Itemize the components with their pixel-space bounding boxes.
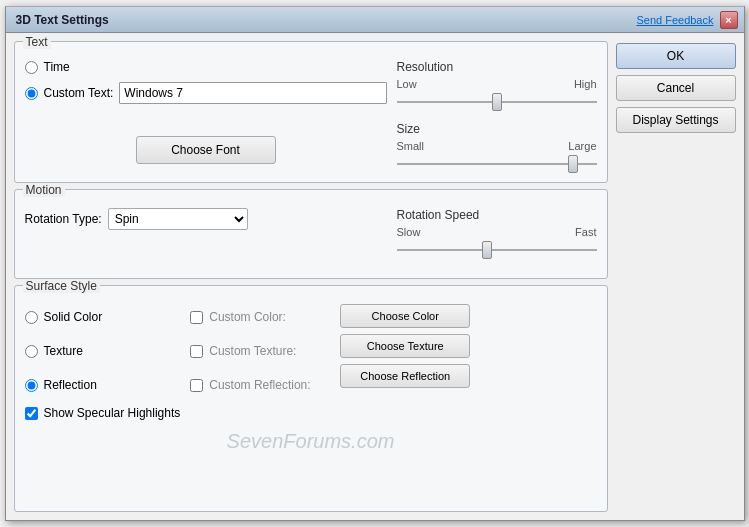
resolution-slider-track: [397, 94, 597, 110]
size-label: Size: [397, 122, 597, 136]
solid-color-label: Solid Color: [44, 310, 103, 324]
solid-color-row: Solid Color: [25, 304, 181, 330]
rotation-speed-section: Rotation Speed Slow Fast: [397, 208, 597, 258]
custom-text-input[interactable]: [119, 82, 386, 104]
size-section: Size Small Large: [397, 122, 597, 172]
motion-left-col: Rotation Type: Spin See-Saw Wobble None: [25, 208, 387, 230]
resolution-slider[interactable]: [397, 94, 597, 110]
watermark: SevenForums.com: [25, 426, 597, 457]
choose-texture-button[interactable]: Choose Texture: [340, 334, 470, 358]
custom-color-label: Custom Color:: [209, 310, 286, 324]
resolution-range-labels: Low High: [397, 78, 597, 90]
time-radio[interactable]: [25, 61, 38, 74]
texture-label: Texture: [44, 344, 83, 358]
reflection-row: Reflection: [25, 372, 181, 398]
surface-group-label: Surface Style: [23, 279, 100, 293]
resolution-section: Resolution Low High: [397, 60, 597, 110]
rotation-speed-label: Rotation Speed: [397, 208, 597, 222]
send-feedback-link[interactable]: Send Feedback: [636, 14, 713, 26]
rotation-speed-range-labels: Slow Fast: [397, 226, 597, 238]
cancel-button[interactable]: Cancel: [616, 75, 736, 101]
text-right-col: Resolution Low High Size: [397, 56, 597, 172]
surface-col1: Solid Color Texture Reflection Show: [25, 304, 181, 420]
ok-button[interactable]: OK: [616, 43, 736, 69]
surface-inner-layout: Solid Color Texture Reflection Show: [25, 300, 597, 420]
resolution-label: Resolution: [397, 60, 597, 74]
surface-group: Surface Style Solid Color Texture: [14, 285, 608, 512]
custom-reflection-row: Custom Reflection:: [190, 372, 330, 398]
title-bar: 3D Text Settings Send Feedback ×: [6, 7, 744, 33]
title-bar-right: Send Feedback ×: [636, 11, 737, 29]
custom-texture-checkbox[interactable]: [190, 345, 203, 358]
custom-text-label: Custom Text:: [44, 86, 114, 100]
rotation-speed-slider[interactable]: [397, 242, 597, 258]
motion-inner-layout: Rotation Type: Spin See-Saw Wobble None …: [25, 204, 597, 258]
show-specular-checkbox[interactable]: [25, 407, 38, 420]
surface-col3: Choose Color Choose Texture Choose Refle…: [340, 304, 480, 420]
rotation-type-label: Rotation Type:: [25, 212, 102, 226]
custom-texture-label: Custom Texture:: [209, 344, 296, 358]
text-left-col: Time Custom Text: Choose Font: [25, 56, 387, 172]
solid-color-radio[interactable]: [25, 311, 38, 324]
size-large: Large: [568, 140, 596, 152]
text-inner-layout: Time Custom Text: Choose Font: [25, 56, 597, 172]
texture-row: Texture: [25, 338, 181, 364]
custom-text-row: Custom Text:: [25, 82, 387, 104]
custom-texture-row: Custom Texture:: [190, 338, 330, 364]
size-slider[interactable]: [397, 156, 597, 172]
custom-reflection-label: Custom Reflection:: [209, 378, 310, 392]
custom-color-checkbox[interactable]: [190, 311, 203, 324]
dialog-title: 3D Text Settings: [16, 13, 109, 27]
reflection-label: Reflection: [44, 378, 97, 392]
close-button[interactable]: ×: [720, 11, 738, 29]
custom-reflection-checkbox[interactable]: [190, 379, 203, 392]
texture-radio[interactable]: [25, 345, 38, 358]
rotation-type-select[interactable]: Spin See-Saw Wobble None: [108, 208, 248, 230]
rotation-speed-slow: Slow: [397, 226, 421, 238]
text-group-label: Text: [23, 35, 51, 49]
surface-col2: Custom Color: Custom Texture: Custom Ref…: [190, 304, 330, 420]
rotation-speed-slider-track: [397, 242, 597, 258]
choose-color-button[interactable]: Choose Color: [340, 304, 470, 328]
size-small: Small: [397, 140, 425, 152]
show-specular-label: Show Specular Highlights: [44, 406, 181, 420]
motion-right-col: Rotation Speed Slow Fast: [397, 208, 597, 258]
specular-row: Show Specular Highlights: [25, 406, 181, 420]
size-slider-track: [397, 156, 597, 172]
choose-font-button[interactable]: Choose Font: [136, 136, 276, 164]
motion-group: Motion Rotation Type: Spin See-Saw Wobbl…: [14, 189, 608, 279]
time-radio-label: Time: [44, 60, 70, 74]
right-panel: OK Cancel Display Settings: [616, 41, 736, 512]
size-range-labels: Small Large: [397, 140, 597, 152]
custom-color-row: Custom Color:: [190, 304, 330, 330]
reflection-radio[interactable]: [25, 379, 38, 392]
rotation-speed-fast: Fast: [575, 226, 596, 238]
main-content: Text Time Custom Text:: [6, 33, 744, 520]
resolution-low: Low: [397, 78, 417, 90]
left-panel: Text Time Custom Text:: [14, 41, 608, 512]
dialog-window: 3D Text Settings Send Feedback × Text Ti…: [5, 6, 745, 521]
time-radio-row: Time: [25, 60, 387, 74]
choose-reflection-button[interactable]: Choose Reflection: [340, 364, 470, 388]
text-group: Text Time Custom Text:: [14, 41, 608, 183]
display-settings-button[interactable]: Display Settings: [616, 107, 736, 133]
resolution-high: High: [574, 78, 597, 90]
motion-group-label: Motion: [23, 183, 65, 197]
custom-text-radio[interactable]: [25, 87, 38, 100]
